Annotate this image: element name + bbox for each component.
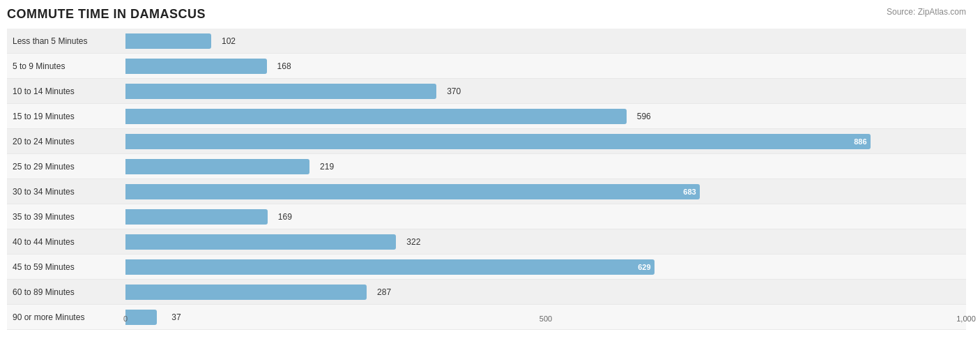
- bar-track: 102: [125, 33, 966, 49]
- bar-fill: 886: [125, 134, 871, 149]
- bar-track: 886: [125, 134, 966, 149]
- bar-value-outside: 102: [222, 36, 236, 46]
- bar-fill: 219: [125, 159, 309, 174]
- bar-value-outside: 287: [377, 287, 391, 297]
- bar-value-inside: 629: [638, 263, 650, 271]
- x-tick: 1,000: [956, 314, 976, 323]
- chart-title: COMMUTE TIME IN DAMASCUS: [7, 7, 966, 22]
- bar-label: Less than 5 Minutes: [7, 36, 125, 46]
- bar-value-outside: 322: [406, 237, 420, 247]
- bar-value-outside: 169: [278, 212, 292, 222]
- bar-row: 40 to 44 Minutes322: [7, 229, 966, 255]
- bar-fill: 370: [125, 84, 436, 99]
- bar-label: 60 to 89 Minutes: [7, 287, 125, 297]
- bar-label: 30 to 34 Minutes: [7, 187, 125, 197]
- chart-container: COMMUTE TIME IN DAMASCUS Source: ZipAtla…: [0, 0, 980, 364]
- bar-fill: 287: [125, 285, 367, 300]
- x-tick: 500: [539, 314, 552, 323]
- bar-row: 15 to 19 Minutes596: [7, 104, 966, 129]
- bar-fill: 102: [125, 33, 211, 49]
- bar-fill: 168: [125, 59, 267, 74]
- bar-row: 30 to 34 Minutes683: [7, 179, 966, 204]
- bar-value-outside: 219: [320, 162, 334, 172]
- bar-label: 40 to 44 Minutes: [7, 237, 125, 247]
- bar-row: 10 to 14 Minutes370: [7, 79, 966, 104]
- chart-area: Less than 5 Minutes1025 to 9 Minutes1681…: [7, 29, 966, 330]
- bar-track: 683: [125, 184, 966, 199]
- bar-row: 60 to 89 Minutes287: [7, 280, 966, 305]
- bar-fill: 322: [125, 234, 396, 250]
- bar-fill: 169: [125, 209, 268, 225]
- bar-track: 370: [125, 84, 966, 99]
- bar-label: 45 to 59 Minutes: [7, 262, 125, 272]
- bar-value-inside: 886: [854, 137, 866, 146]
- bar-value-inside: 683: [683, 188, 696, 196]
- bar-track: 629: [125, 259, 966, 275]
- bar-fill: 629: [125, 259, 654, 275]
- bar-value-outside: 596: [637, 112, 651, 121]
- bar-fill: 596: [125, 109, 627, 124]
- x-axis: 05001,000: [125, 314, 966, 330]
- bar-track: 169: [125, 209, 966, 225]
- bar-track: 322: [125, 234, 966, 250]
- bar-row: 5 to 9 Minutes168: [7, 54, 966, 79]
- bar-fill: 683: [125, 184, 700, 199]
- bar-value-outside: 168: [277, 61, 291, 71]
- bar-label: 20 to 24 Minutes: [7, 137, 125, 146]
- bar-track: 168: [125, 59, 966, 74]
- bar-row: 25 to 29 Minutes219: [7, 154, 966, 179]
- bar-row: 45 to 59 Minutes629: [7, 255, 966, 280]
- bar-label: 10 to 14 Minutes: [7, 86, 125, 96]
- bar-row: 35 to 39 Minutes169: [7, 204, 966, 229]
- bar-track: 596: [125, 109, 966, 124]
- bar-track: 219: [125, 159, 966, 174]
- bar-label: 90 or more Minutes: [7, 312, 125, 322]
- bar-label: 35 to 39 Minutes: [7, 212, 125, 222]
- bar-value-outside: 370: [447, 86, 461, 96]
- bar-label: 5 to 9 Minutes: [7, 61, 125, 71]
- bar-row: Less than 5 Minutes102: [7, 29, 966, 54]
- bar-label: 25 to 29 Minutes: [7, 162, 125, 172]
- bar-track: 287: [125, 285, 966, 300]
- bars-section: Less than 5 Minutes1025 to 9 Minutes1681…: [7, 29, 966, 330]
- bar-row: 20 to 24 Minutes886: [7, 129, 966, 154]
- source-text: Source: ZipAtlas.com: [887, 7, 966, 17]
- x-tick: 0: [123, 314, 128, 323]
- bar-label: 15 to 19 Minutes: [7, 112, 125, 121]
